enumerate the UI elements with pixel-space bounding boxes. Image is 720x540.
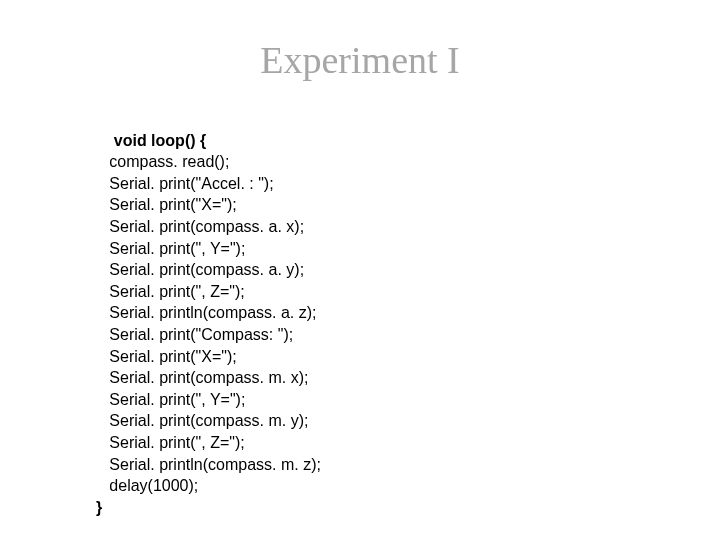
code-line: Serial. println(compass. m. z); <box>96 456 321 473</box>
code-block: void loop() { compass. read(); Serial. p… <box>96 108 321 518</box>
code-line: delay(1000); <box>96 477 198 494</box>
code-line: Serial. print(compass. a. x); <box>96 218 304 235</box>
code-line: Serial. print(compass. a. y); <box>96 261 304 278</box>
code-line: compass. read(); <box>96 153 229 170</box>
function-signature-open: void loop() { <box>114 132 206 149</box>
code-line: Serial. print("Accel. : "); <box>96 175 274 192</box>
function-signature-close: } <box>96 499 102 516</box>
slide: Experiment I void loop() { compass. read… <box>0 0 720 540</box>
code-line: Serial. print("X="); <box>96 196 237 213</box>
code-line: Serial. print(", Z="); <box>96 283 245 300</box>
code-line: Serial. print("Compass: "); <box>96 326 293 343</box>
code-line: Serial. print(compass. m. x); <box>96 369 309 386</box>
slide-title: Experiment I <box>0 38 720 82</box>
code-line: Serial. print("X="); <box>96 348 237 365</box>
code-line: Serial. print(", Y="); <box>96 240 245 257</box>
code-line: Serial. print(", Y="); <box>96 391 245 408</box>
code-line: Serial. print(compass. m. y); <box>96 412 309 429</box>
code-line: Serial. print(", Z="); <box>96 434 245 451</box>
code-line: Serial. println(compass. a. z); <box>96 304 317 321</box>
